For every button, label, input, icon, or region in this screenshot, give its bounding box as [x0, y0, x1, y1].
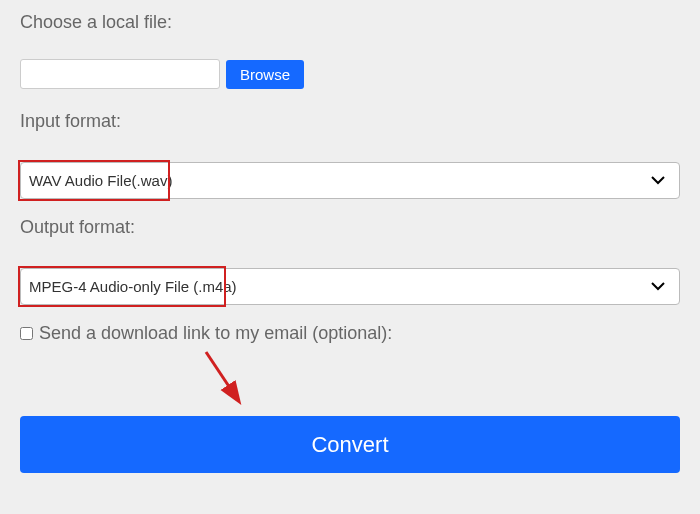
file-input[interactable]	[20, 59, 220, 89]
output-format-select-row: MPEG-4 Audio-only File (.m4a)	[20, 268, 680, 305]
output-format-value: MPEG-4 Audio-only File (.m4a)	[29, 278, 237, 295]
output-format-select[interactable]: MPEG-4 Audio-only File (.m4a)	[20, 268, 680, 305]
input-format-value: WAV Audio File(.wav)	[29, 172, 172, 189]
email-checkbox-label: Send a download link to my email (option…	[39, 323, 392, 344]
chevron-down-icon	[651, 282, 665, 291]
input-format-select-row: WAV Audio File(.wav)	[20, 162, 680, 199]
browse-button[interactable]: Browse	[226, 60, 304, 89]
annotation-arrow-icon	[196, 344, 256, 414]
svg-line-0	[206, 352, 238, 400]
output-format-label: Output format:	[20, 217, 680, 238]
input-format-label: Input format:	[20, 111, 680, 132]
file-input-row: Browse	[20, 59, 680, 89]
choose-file-label: Choose a local file:	[20, 12, 680, 33]
email-checkbox[interactable]	[20, 327, 33, 340]
convert-button[interactable]: Convert	[20, 416, 680, 473]
input-format-select[interactable]: WAV Audio File(.wav)	[20, 162, 680, 199]
email-checkbox-row: Send a download link to my email (option…	[20, 323, 680, 344]
annotation-arrow-wrap	[20, 354, 680, 416]
chevron-down-icon	[651, 176, 665, 185]
